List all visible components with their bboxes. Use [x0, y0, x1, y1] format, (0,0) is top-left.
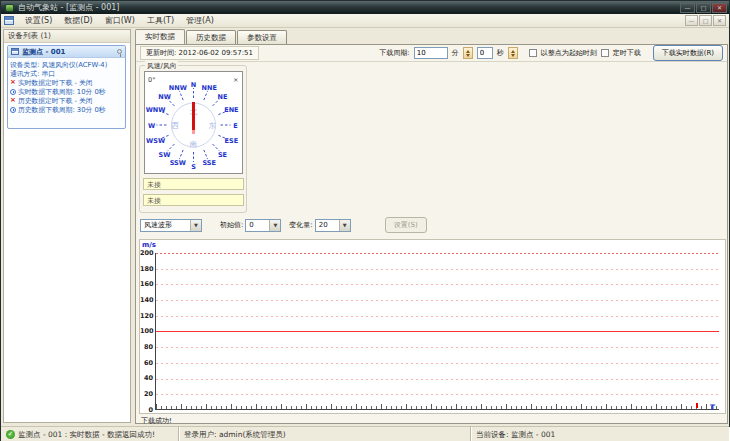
statusbar-user: 登录用户: admin(系统管理员) [179, 427, 471, 441]
download-period-label: 下载周期: [379, 48, 409, 58]
align-hour-checkbox[interactable] [529, 49, 537, 57]
dir-e: E [233, 122, 237, 130]
dir-ne: NE [218, 93, 228, 101]
chevron-down-icon[interactable]: ▼ [269, 220, 280, 231]
menu-settings[interactable]: 设置(S) [19, 14, 58, 27]
tab-parameter-settings[interactable]: 参数设置 [237, 30, 287, 44]
status-bar: ✓ 监测点 - 001 : 实时数据 - 数据返回成功! 登录用户: admin… [1, 426, 729, 441]
mdi-minimize-button[interactable]: — [685, 15, 698, 26]
timed-download-checkbox[interactable] [601, 49, 609, 57]
dir-wnw: WNW [146, 106, 166, 114]
minutes-unit-label: 分 [452, 48, 459, 58]
maximize-button[interactable]: □ [696, 3, 711, 13]
pin-icon[interactable] [117, 49, 122, 54]
mdi-child-icon[interactable] [4, 16, 14, 25]
y-tick: 20 [140, 390, 153, 398]
corner-mark: × [233, 76, 238, 84]
menu-manage[interactable]: 管理(A) [180, 14, 220, 27]
device-card-header[interactable]: 监测点 - 001 [8, 46, 125, 58]
timed-download-checkbox-label: 定时下载 [613, 48, 641, 58]
delta-value-select[interactable]: 20 ▼ [315, 219, 351, 232]
device-list-panel: 设备列表 (1) 监测点 - 001 设备类型: 风速风向仪(ACFW-4) 通… [3, 29, 131, 423]
dir-w: W [148, 122, 155, 130]
time-axis-marker: T [710, 403, 715, 412]
dir-nne: NNE [202, 84, 217, 92]
waveform-controls: 风速波形 ▼ 初始值: 0 ▼ 变化量: 20 ▼ 设置(S) [140, 217, 427, 233]
mdi-close-button[interactable]: ✕ [713, 15, 726, 26]
gridline-140 [156, 300, 719, 301]
toolbar: 更新时间: 2012-06-02 09:57:51 下载周期: 分 秒 以整点为… [136, 45, 727, 62]
chevron-down-icon[interactable]: ▼ [190, 220, 201, 231]
dir-ene: ENE [224, 106, 238, 114]
set-button[interactable]: 设置(S) [385, 217, 427, 233]
menu-window[interactable]: 窗口(W) [99, 14, 141, 27]
dir-nnw: NNW [169, 84, 187, 92]
gridline-80 [156, 347, 719, 348]
x-mark-icon: × [10, 97, 16, 104]
dir-ssw: SSW [170, 159, 186, 167]
realtime-tab-page: 更新时间: 2012-06-02 09:57:51 下载周期: 分 秒 以整点为… [135, 44, 728, 424]
delta-value-label: 变化量: [289, 220, 312, 230]
history-period-line: 历史数据下载周期: 30分 0秒 [8, 105, 125, 114]
device-card-title: 监测点 - 001 [22, 47, 117, 57]
download-realtime-button[interactable]: 下载实时数据(R) [653, 45, 723, 61]
device-icon [11, 48, 19, 55]
gridline-180 [156, 269, 719, 270]
clock-icon [10, 107, 16, 113]
wind-compass: N NNE NE ENE E ESE SE SSE S SSW SW WSW W… [144, 71, 243, 174]
clock-icon [10, 89, 16, 95]
y-tick: 80 [140, 343, 153, 351]
gridline-200 [156, 253, 719, 254]
mdi-restore-button[interactable]: □ [699, 15, 712, 26]
download-status-message: 下载成功! [141, 416, 172, 426]
y-tick: 100 [140, 327, 153, 335]
seconds-spinner[interactable] [508, 47, 518, 59]
minutes-spinner[interactable] [463, 47, 473, 59]
dir-s: S [191, 163, 196, 171]
success-check-icon: ✓ [6, 430, 15, 439]
dir-nw: NW [158, 93, 171, 101]
y-tick: 180 [140, 265, 153, 273]
x-mark-icon: × [10, 79, 16, 86]
menu-data[interactable]: 数据(D) [58, 14, 98, 27]
menu-bar: 设置(S) 数据(D) 窗口(W) 工具(T) 管理(A) — □ ✕ [1, 14, 729, 28]
dir-ese: ESE [225, 137, 239, 145]
tab-history-data[interactable]: 历史数据 [186, 30, 236, 44]
dir-sw: SW [159, 151, 171, 159]
compass-svg: N NNE NE ENE E ESE SE SSE S SSW SW WSW W… [145, 72, 242, 173]
y-axis-unit-label: m/s [142, 241, 156, 249]
align-hour-checkbox-label: 以整点为起始时刻 [541, 48, 597, 58]
cn-east-label: 东 [208, 121, 216, 130]
y-tick: 60 [140, 359, 153, 367]
gridline-20 [156, 394, 719, 395]
dir-se: SE [218, 151, 227, 159]
title-bar: 自动气象站 - [监测点 - 001] — □ ✕ [1, 1, 729, 14]
menu-tools[interactable]: 工具(T) [141, 14, 180, 27]
plot-area [155, 253, 719, 410]
statusbar-current-device: 当前设备: 监测点 - 001 [471, 427, 729, 441]
device-list-header: 设备列表 (1) [4, 30, 130, 43]
statusbar-device-message: ✓ 监测点 - 001 : 实时数据 - 数据返回成功! [1, 427, 179, 441]
tab-realtime-data[interactable]: 实时数据 [135, 29, 185, 44]
gridline-40 [156, 379, 719, 380]
cn-west-label: 西 [171, 121, 179, 130]
wind-direction-field: 未接 [143, 194, 244, 206]
dir-n: N [191, 81, 196, 89]
close-button[interactable]: ✕ [712, 3, 727, 13]
wind-group-title: 风速/风向 [145, 61, 178, 71]
minutes-input[interactable] [414, 47, 448, 59]
initial-value-select[interactable]: 0 ▼ [245, 219, 281, 232]
chevron-down-icon[interactable]: ▼ [339, 220, 350, 231]
wind-speed-field: 未接 [143, 178, 244, 190]
x-axis-major-ticks [156, 404, 719, 409]
y-tick: 40 [140, 374, 153, 382]
wind-group-box: 风速/风向 N NNE NE ENE E ESE SE SSE S SSW SW… [139, 65, 247, 213]
y-tick: 140 [140, 296, 153, 304]
app-icon [5, 4, 14, 12]
time-cursor-mark [696, 403, 698, 408]
seconds-input[interactable] [477, 47, 493, 59]
reference-line-100 [156, 331, 719, 332]
minimize-button[interactable]: — [680, 3, 695, 13]
waveform-select[interactable]: 风速波形 ▼ [140, 219, 202, 232]
cn-south-label: 南 [189, 140, 198, 149]
